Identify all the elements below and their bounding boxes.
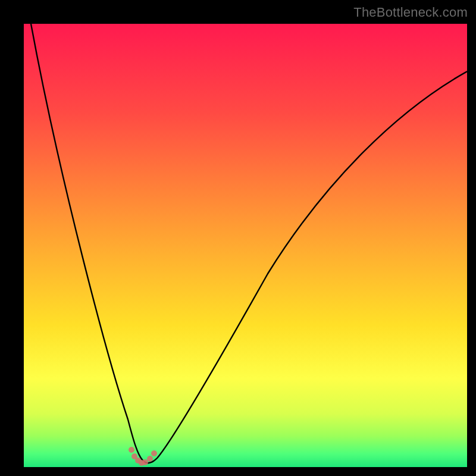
watermark-text: TheBottleneck.com xyxy=(353,5,468,20)
chart-svg xyxy=(24,24,467,467)
trough-marker xyxy=(151,450,157,456)
trough-marker xyxy=(147,456,153,462)
trough-marker xyxy=(129,447,134,453)
trough-markers-group xyxy=(129,447,157,466)
bottleneck-curve xyxy=(31,24,467,463)
chart-frame: TheBottleneck.com xyxy=(0,0,476,476)
plot-area xyxy=(24,24,467,467)
trough-marker xyxy=(142,459,148,465)
